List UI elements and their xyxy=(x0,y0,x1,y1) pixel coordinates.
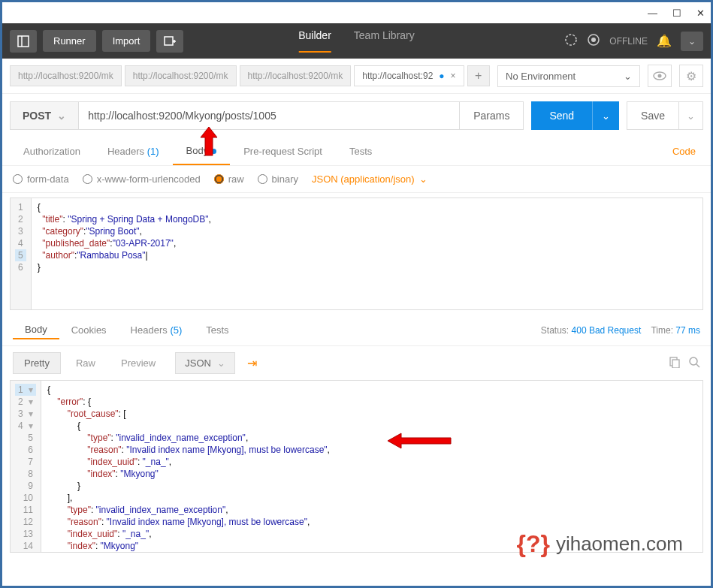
runner-button[interactable]: Runner xyxy=(43,30,96,52)
send-button[interactable]: Send xyxy=(531,101,592,130)
resp-tab-tests[interactable]: Tests xyxy=(194,321,240,339)
tab-headers[interactable]: Headers (1) xyxy=(94,138,173,164)
radio-binary[interactable]: binary xyxy=(258,173,298,185)
request-sub-tabs: Authorization Headers (1) Body Pre-reque… xyxy=(2,137,711,166)
method-select[interactable]: POST⌄ xyxy=(10,101,79,130)
notifications-icon[interactable]: 🔔 xyxy=(657,34,672,48)
content-type-select[interactable]: JSON (application/json)⌄ xyxy=(312,173,427,185)
request-tabs-row: http://localhost:9200/mk http://localhos… xyxy=(2,59,711,94)
tab-builder[interactable]: Builder xyxy=(298,29,331,53)
radio-raw[interactable]: raw xyxy=(214,173,244,185)
watermark-icon: {?} xyxy=(516,530,549,558)
request-tab[interactable]: http://localhost:9200/mk xyxy=(10,65,122,86)
body-type-options: form-data x-www-form-urlencoded raw bina… xyxy=(2,166,711,193)
copy-icon[interactable] xyxy=(669,356,681,371)
environment-select[interactable]: No Environment⌄ xyxy=(497,65,640,87)
settings-icon[interactable]: ⚙ xyxy=(679,65,703,87)
sidebar-toggle-icon[interactable] xyxy=(10,30,37,53)
request-tab[interactable]: http://localhost:9200/mk xyxy=(240,65,352,86)
new-tab-icon[interactable] xyxy=(156,30,183,53)
wrap-lines-icon[interactable]: ⇥ xyxy=(247,356,257,370)
svg-point-7 xyxy=(591,38,596,42)
response-body-code: { "error": { "root_cause": [ { "type": "… xyxy=(41,381,336,552)
view-preview[interactable]: Preview xyxy=(110,353,166,373)
svg-rect-0 xyxy=(18,36,29,47)
tab-prerequest[interactable]: Pre-request Script xyxy=(230,138,336,164)
import-button[interactable]: Import xyxy=(102,30,151,52)
send-dropdown[interactable]: ⌄ xyxy=(592,101,619,130)
annotation-arrow-up xyxy=(198,125,220,157)
resp-tab-headers[interactable]: Headers (5) xyxy=(119,321,195,339)
request-tab-active[interactable]: http://localhost:92●× xyxy=(354,65,464,86)
radio-form-data[interactable]: form-data xyxy=(13,173,69,185)
response-body-editor[interactable]: 1 ▾2 ▾3 ▾4 ▾567891011121314151617 { "err… xyxy=(10,380,703,553)
response-status: Status: 400 Bad Request Time: 77 ms xyxy=(541,325,700,336)
chevron-down-icon: ⌄ xyxy=(217,357,225,369)
request-tab[interactable]: http://localhost:9200/mk xyxy=(125,65,237,86)
request-body-editor[interactable]: 123456 { "title": "Spring + Spring Data … xyxy=(10,198,703,310)
sync-icon[interactable] xyxy=(564,33,578,49)
window-titlebar: — ☐ ✕ xyxy=(2,2,711,23)
chevron-down-icon: ⌄ xyxy=(419,173,427,185)
resp-tab-cookies[interactable]: Cookies xyxy=(59,321,119,339)
format-select[interactable]: JSON⌄ xyxy=(175,352,235,374)
code-link[interactable]: Code xyxy=(672,146,703,157)
tab-team-library[interactable]: Team Library xyxy=(354,29,415,53)
response-tabs: Body Cookies Headers (5) Tests Status: 4… xyxy=(2,315,711,346)
save-button[interactable]: Save xyxy=(627,101,679,130)
response-view-options: Pretty Raw Preview JSON⌄ ⇥ xyxy=(2,346,711,380)
preview-env-icon[interactable] xyxy=(648,65,672,87)
add-tab-button[interactable]: + xyxy=(467,65,490,86)
resp-tab-body[interactable]: Body xyxy=(13,321,59,339)
params-button[interactable]: Params xyxy=(460,101,524,130)
radio-urlencoded[interactable]: x-www-form-urlencoded xyxy=(83,173,201,185)
svg-rect-2 xyxy=(165,37,173,45)
svg-line-13 xyxy=(696,364,699,367)
chevron-down-icon: ⌄ xyxy=(624,71,632,82)
maximize-button[interactable]: ☐ xyxy=(672,8,681,19)
offline-label: OFFLINE xyxy=(609,36,648,47)
watermark: {?} yihaomen.com xyxy=(516,530,683,558)
request-bar: POST⌄ Params Send ⌄ Save ⌄ xyxy=(2,94,711,137)
settings-dropdown-icon[interactable]: ⌄ xyxy=(681,32,703,51)
request-body-code[interactable]: { "title": "Spring + Spring Data + Mongo… xyxy=(32,198,217,309)
view-pretty[interactable]: Pretty xyxy=(13,352,61,374)
tab-authorization[interactable]: Authorization xyxy=(10,138,94,164)
view-raw[interactable]: Raw xyxy=(65,353,106,373)
main-toolbar: Runner Import Builder Team Library OFFLI… xyxy=(2,23,711,59)
annotation-arrow-left xyxy=(386,432,454,450)
save-dropdown[interactable]: ⌄ xyxy=(679,101,703,130)
tab-tests[interactable]: Tests xyxy=(336,138,385,164)
close-icon[interactable]: × xyxy=(451,71,456,81)
capture-icon[interactable] xyxy=(587,33,600,49)
svg-point-12 xyxy=(690,357,697,365)
svg-point-9 xyxy=(658,74,662,78)
svg-point-5 xyxy=(566,35,576,45)
svg-rect-11 xyxy=(672,360,679,368)
minimize-button[interactable]: — xyxy=(648,8,657,19)
url-input[interactable] xyxy=(79,101,460,130)
close-button[interactable]: ✕ xyxy=(696,8,705,19)
search-icon[interactable] xyxy=(688,356,700,371)
chevron-down-icon: ⌄ xyxy=(57,110,66,122)
